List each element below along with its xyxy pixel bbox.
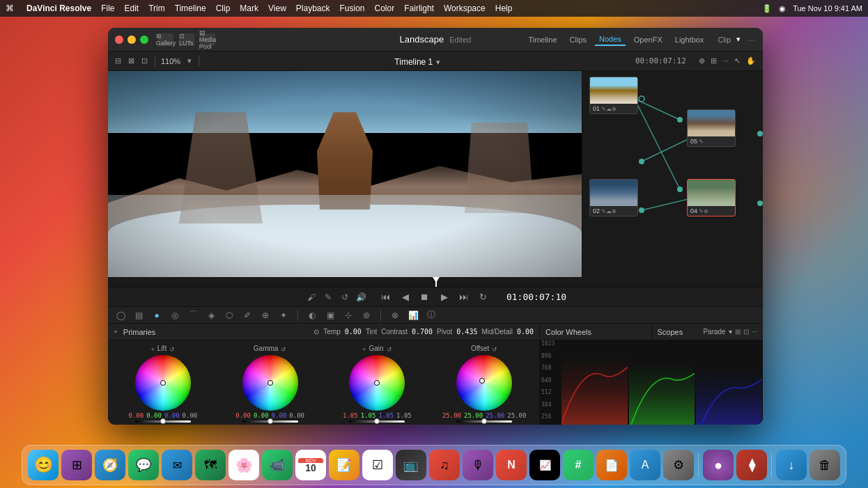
color-wheels-icon[interactable]: ◯ [114, 309, 127, 322]
playback-bar[interactable] [108, 277, 763, 287]
nodes-icon[interactable]: ⊕ [258, 309, 272, 322]
dock-podcasts[interactable]: 🎙 [463, 450, 493, 480]
menu-mark[interactable]: Mark [240, 3, 258, 13]
dock-finder[interactable]: 😊 [28, 450, 59, 480]
dock-calendar[interactable]: NOV 10 [295, 450, 326, 480]
motion-icon[interactable]: ⬡ [222, 309, 236, 322]
lift-wheel[interactable] [135, 355, 191, 411]
noise-icon[interactable]: ⊗ [388, 309, 402, 322]
menu-file[interactable]: File [101, 3, 114, 13]
dock-maps[interactable]: 🗺 [195, 450, 226, 480]
lift-slider-thumb[interactable] [160, 418, 166, 424]
tab-nodes[interactable]: Nodes [595, 33, 626, 46]
menu-color[interactable]: Color [375, 3, 395, 13]
apple-menu[interactable]: ⌘ [6, 3, 14, 13]
color-picker-icon[interactable]: ✎ [321, 291, 335, 304]
luts-btn[interactable]: ⊡ LUTs [179, 33, 194, 46]
dock-news[interactable]: N [496, 450, 527, 480]
temp-value[interactable]: 0.00 [345, 328, 362, 336]
lift-reset-icon[interactable]: ↺ [169, 346, 175, 353]
menu-trim[interactable]: Trim [148, 3, 165, 13]
menu-clip[interactable]: Clip [216, 3, 231, 13]
stop-btn[interactable]: ⏹ [417, 290, 433, 305]
dock-stocks[interactable]: 📈 [529, 450, 560, 480]
gain-slider-thumb[interactable] [374, 418, 380, 424]
gallery-btn[interactable]: ⊞ Gallery [158, 33, 173, 46]
dock-system-prefs[interactable]: ⚙ [663, 450, 694, 480]
media-pool-btn[interactable]: ▤ Media Pool [200, 33, 215, 46]
tracker-icon[interactable]: ⊹ [341, 309, 355, 322]
dock-launchpad[interactable]: ⊞ [61, 450, 92, 480]
node-02[interactable]: 02 ✎☁⊕ [589, 179, 638, 217]
view-mode-2-icon[interactable]: ⊠ [127, 55, 136, 67]
dock-trash[interactable]: 🗑 [809, 450, 840, 480]
tab-openfx[interactable]: OpenFX [630, 34, 667, 45]
offset-slider-thumb[interactable] [481, 418, 487, 424]
offset-wheel[interactable] [456, 355, 512, 411]
tab-timeline[interactable]: Timeline [524, 34, 561, 45]
dock-music[interactable]: ♫ [429, 450, 460, 480]
middetail-value[interactable]: 0.00 [517, 328, 534, 336]
dock-tv[interactable]: 📺 [396, 450, 426, 480]
window-icon[interactable]: ▣ [323, 309, 337, 322]
dock-downloads[interactable]: ↓ [776, 450, 807, 480]
gamma-slider-thumb[interactable] [268, 418, 273, 424]
menu-app-name[interactable]: DaVinci Resolve [26, 3, 91, 13]
scope-icon-2[interactable]: ⊡ [743, 328, 749, 336]
menu-view[interactable]: View [268, 3, 286, 13]
menu-help[interactable]: Help [495, 3, 513, 13]
node-05[interactable]: 05 ✎ [687, 109, 736, 147]
view-mode-icon[interactable]: ⊟ [114, 55, 123, 67]
pivot-value[interactable]: 0.435 [456, 328, 477, 336]
node-01[interactable]: 01 ✎☁⊕ [589, 77, 638, 114]
go-start-btn[interactable]: ⏮ [378, 290, 394, 305]
split-icon[interactable]: ⊞ [709, 55, 718, 67]
timeline-dropdown[interactable]: ▾ [436, 58, 440, 66]
info-icon[interactable]: ⓘ [424, 309, 438, 322]
hue-icon[interactable]: ◈ [204, 309, 218, 322]
gamma-reset-icon[interactable]: ↺ [281, 346, 286, 353]
node-04[interactable]: 04 ✎⊕ [687, 179, 736, 217]
clip-label[interactable]: Clip [718, 36, 731, 44]
magic-icon[interactable]: ✦ [277, 309, 290, 322]
blur-icon[interactable]: ⊛ [359, 309, 373, 322]
dock-reminders[interactable]: ☑ [362, 450, 393, 480]
zoom-level[interactable]: 110% [161, 57, 180, 65]
minimize-button[interactable] [127, 36, 136, 44]
menu-workspace[interactable]: Workspace [444, 3, 486, 13]
circle-fill-icon[interactable]: ● [150, 309, 164, 322]
gain-slider[interactable] [349, 420, 405, 423]
view-mode-3-icon[interactable]: ⊡ [140, 55, 149, 67]
dock-photos[interactable]: 🌸 [228, 450, 259, 480]
match-frame-icon[interactable]: ⊕ [697, 55, 706, 67]
dock-mail[interactable]: ✉ [162, 450, 192, 480]
gain-wheel-dot[interactable] [374, 380, 380, 386]
gamma-slider[interactable] [242, 420, 298, 423]
color-brush-icon[interactable]: 🖌 [304, 291, 318, 304]
loop-btn[interactable]: ↻ [476, 290, 491, 305]
dock-facetime[interactable]: 📹 [262, 450, 293, 480]
scope-waveform-icon[interactable]: 📊 [406, 309, 420, 322]
menu-timeline[interactable]: Timeline [175, 3, 206, 13]
lift-add-icon[interactable]: + [151, 346, 155, 353]
maximize-button[interactable] [140, 36, 148, 44]
scope-more[interactable]: ··· [752, 328, 757, 336]
eyedropper-icon[interactable]: ✐ [240, 309, 254, 322]
gamma-wheel[interactable] [242, 355, 298, 411]
menu-fairlight[interactable]: Fairlight [404, 3, 434, 13]
dock-numbers[interactable]: # [563, 450, 594, 480]
gain-plus-icon[interactable]: + [362, 346, 366, 353]
dock-appstore[interactable]: A [630, 450, 660, 480]
more-options-icon[interactable]: ··· [747, 34, 756, 45]
lift-wheel-dot[interactable] [160, 380, 166, 386]
parade-dropdown[interactable]: ▾ [729, 328, 732, 336]
close-button[interactable] [115, 36, 123, 44]
bars-icon[interactable]: ▤ [132, 309, 146, 322]
menu-playback[interactable]: Playback [296, 3, 330, 13]
play-btn[interactable]: ▶ [437, 290, 452, 305]
tab-clips[interactable]: Clips [566, 34, 591, 45]
dock-messages[interactable]: 💬 [128, 450, 159, 480]
dock-pages[interactable]: 📄 [596, 450, 627, 480]
cursor2-icon[interactable]: ◎ [168, 309, 182, 322]
contrast-value[interactable]: 0.700 [412, 328, 433, 336]
